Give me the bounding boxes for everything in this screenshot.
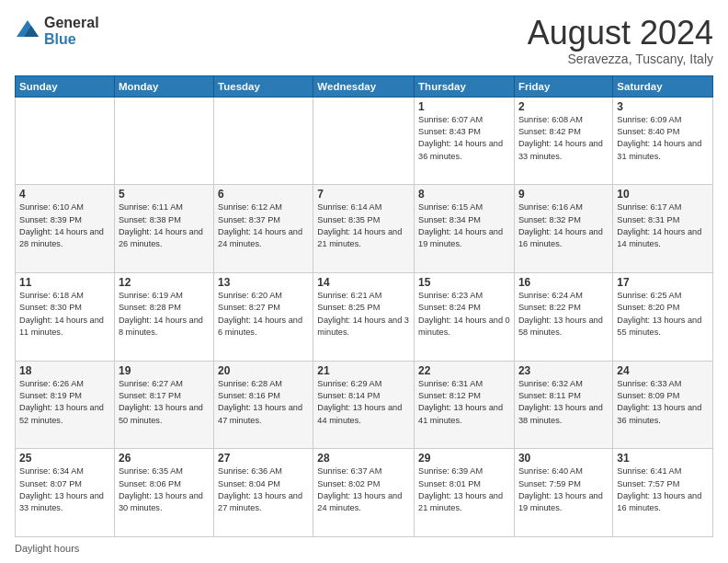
day-info: Sunrise: 6:33 AM Sunset: 8:09 PM Dayligh… xyxy=(617,378,709,427)
day-number: 25 xyxy=(19,452,110,465)
day-info: Sunrise: 6:08 AM Sunset: 8:42 PM Dayligh… xyxy=(518,114,609,163)
calendar-header-saturday: Saturday xyxy=(613,75,713,97)
calendar-cell: 12Sunrise: 6:19 AM Sunset: 8:28 PM Dayli… xyxy=(114,272,213,361)
calendar-cell: 24Sunrise: 6:33 AM Sunset: 8:09 PM Dayli… xyxy=(613,361,713,449)
calendar-cell: 26Sunrise: 6:35 AM Sunset: 8:06 PM Dayli… xyxy=(114,449,213,537)
day-info: Sunrise: 6:09 AM Sunset: 8:40 PM Dayligh… xyxy=(617,114,709,163)
calendar-cell: 11Sunrise: 6:18 AM Sunset: 8:30 PM Dayli… xyxy=(16,272,115,361)
calendar-week-row: 11Sunrise: 6:18 AM Sunset: 8:30 PM Dayli… xyxy=(16,272,713,361)
day-number: 23 xyxy=(518,364,609,377)
calendar-cell xyxy=(16,97,115,185)
footer-text: Daylight hours xyxy=(15,543,79,554)
day-number: 17 xyxy=(617,276,709,289)
day-info: Sunrise: 6:39 AM Sunset: 8:01 PM Dayligh… xyxy=(418,465,510,514)
logo-general: General xyxy=(44,15,99,31)
day-number: 11 xyxy=(19,276,110,289)
calendar-header-thursday: Thursday xyxy=(415,75,515,97)
calendar-cell: 29Sunrise: 6:39 AM Sunset: 8:01 PM Dayli… xyxy=(415,449,515,537)
calendar-header-row: SundayMondayTuesdayWednesdayThursdayFrid… xyxy=(16,75,713,97)
day-number: 18 xyxy=(19,364,110,377)
calendar-cell: 17Sunrise: 6:25 AM Sunset: 8:20 PM Dayli… xyxy=(613,272,713,361)
day-info: Sunrise: 6:11 AM Sunset: 8:38 PM Dayligh… xyxy=(119,201,210,250)
calendar-cell: 16Sunrise: 6:24 AM Sunset: 8:22 PM Dayli… xyxy=(514,272,612,361)
calendar-cell: 9Sunrise: 6:16 AM Sunset: 8:32 PM Daylig… xyxy=(514,185,612,273)
calendar-cell: 14Sunrise: 6:21 AM Sunset: 8:25 PM Dayli… xyxy=(313,272,415,361)
day-info: Sunrise: 6:14 AM Sunset: 8:35 PM Dayligh… xyxy=(317,201,410,250)
day-info: Sunrise: 6:19 AM Sunset: 8:28 PM Dayligh… xyxy=(119,290,210,339)
day-number: 6 xyxy=(218,188,309,201)
day-number: 15 xyxy=(418,276,510,289)
logo-blue: Blue xyxy=(44,31,99,48)
calendar-header-wednesday: Wednesday xyxy=(313,75,415,97)
day-info: Sunrise: 6:35 AM Sunset: 8:06 PM Dayligh… xyxy=(119,465,210,514)
calendar-cell xyxy=(313,97,415,185)
day-number: 9 xyxy=(518,188,609,201)
calendar-week-row: 4Sunrise: 6:10 AM Sunset: 8:39 PM Daylig… xyxy=(16,185,713,273)
calendar-header-friday: Friday xyxy=(514,75,612,97)
day-info: Sunrise: 6:24 AM Sunset: 8:22 PM Dayligh… xyxy=(518,290,609,339)
day-number: 4 xyxy=(19,188,110,201)
day-info: Sunrise: 6:27 AM Sunset: 8:17 PM Dayligh… xyxy=(119,378,210,427)
day-number: 8 xyxy=(418,188,510,201)
logo-text: General Blue xyxy=(44,15,99,47)
day-info: Sunrise: 6:32 AM Sunset: 8:11 PM Dayligh… xyxy=(518,378,609,427)
calendar-week-row: 18Sunrise: 6:26 AM Sunset: 8:19 PM Dayli… xyxy=(16,361,713,449)
day-info: Sunrise: 6:29 AM Sunset: 8:14 PM Dayligh… xyxy=(317,378,410,427)
calendar-cell xyxy=(214,97,313,185)
day-info: Sunrise: 6:26 AM Sunset: 8:19 PM Dayligh… xyxy=(19,378,110,427)
day-info: Sunrise: 6:41 AM Sunset: 7:57 PM Dayligh… xyxy=(617,465,709,514)
calendar-cell: 31Sunrise: 6:41 AM Sunset: 7:57 PM Dayli… xyxy=(613,449,713,537)
day-number: 3 xyxy=(617,100,709,113)
calendar-header-sunday: Sunday xyxy=(16,75,115,97)
day-number: 19 xyxy=(119,364,210,377)
day-number: 1 xyxy=(418,100,510,113)
calendar-cell: 10Sunrise: 6:17 AM Sunset: 8:31 PM Dayli… xyxy=(613,185,713,273)
calendar-cell: 28Sunrise: 6:37 AM Sunset: 8:02 PM Dayli… xyxy=(313,449,415,537)
calendar-cell: 2Sunrise: 6:08 AM Sunset: 8:42 PM Daylig… xyxy=(514,97,612,185)
day-number: 5 xyxy=(119,188,210,201)
calendar-cell: 7Sunrise: 6:14 AM Sunset: 8:35 PM Daylig… xyxy=(313,185,415,273)
day-info: Sunrise: 6:21 AM Sunset: 8:25 PM Dayligh… xyxy=(317,290,410,339)
day-number: 29 xyxy=(418,452,510,465)
day-info: Sunrise: 6:17 AM Sunset: 8:31 PM Dayligh… xyxy=(617,201,709,250)
calendar-cell xyxy=(114,97,213,185)
month-title: August 2024 xyxy=(528,15,713,52)
day-info: Sunrise: 6:12 AM Sunset: 8:37 PM Dayligh… xyxy=(218,201,309,250)
calendar-header-monday: Monday xyxy=(114,75,213,97)
day-number: 16 xyxy=(518,276,609,289)
day-number: 20 xyxy=(218,364,309,377)
logo: General Blue xyxy=(15,15,99,47)
calendar-cell: 6Sunrise: 6:12 AM Sunset: 8:37 PM Daylig… xyxy=(214,185,313,273)
day-number: 7 xyxy=(317,188,410,201)
day-info: Sunrise: 6:10 AM Sunset: 8:39 PM Dayligh… xyxy=(19,201,110,250)
logo-icon xyxy=(15,18,40,44)
calendar-header-tuesday: Tuesday xyxy=(214,75,313,97)
calendar-cell: 4Sunrise: 6:10 AM Sunset: 8:39 PM Daylig… xyxy=(16,185,115,273)
footer: Daylight hours xyxy=(15,543,713,554)
calendar-cell: 22Sunrise: 6:31 AM Sunset: 8:12 PM Dayli… xyxy=(415,361,515,449)
day-info: Sunrise: 6:40 AM Sunset: 7:59 PM Dayligh… xyxy=(518,465,609,514)
calendar-cell: 15Sunrise: 6:23 AM Sunset: 8:24 PM Dayli… xyxy=(415,272,515,361)
day-number: 28 xyxy=(317,452,410,465)
subtitle: Seravezza, Tuscany, Italy xyxy=(528,52,713,66)
calendar-cell: 25Sunrise: 6:34 AM Sunset: 8:07 PM Dayli… xyxy=(16,449,115,537)
calendar-table: SundayMondayTuesdayWednesdayThursdayFrid… xyxy=(15,75,713,537)
calendar-week-row: 1Sunrise: 6:07 AM Sunset: 8:43 PM Daylig… xyxy=(16,97,713,185)
calendar-cell: 5Sunrise: 6:11 AM Sunset: 8:38 PM Daylig… xyxy=(114,185,213,273)
day-number: 21 xyxy=(317,364,410,377)
day-number: 26 xyxy=(119,452,210,465)
calendar-cell: 13Sunrise: 6:20 AM Sunset: 8:27 PM Dayli… xyxy=(214,272,313,361)
day-number: 31 xyxy=(617,452,709,465)
day-info: Sunrise: 6:20 AM Sunset: 8:27 PM Dayligh… xyxy=(218,290,309,339)
page: General Blue August 2024 Seravezza, Tusc… xyxy=(0,0,728,563)
title-block: August 2024 Seravezza, Tuscany, Italy xyxy=(528,15,713,66)
calendar-cell: 8Sunrise: 6:15 AM Sunset: 8:34 PM Daylig… xyxy=(415,185,515,273)
calendar-week-row: 25Sunrise: 6:34 AM Sunset: 8:07 PM Dayli… xyxy=(16,449,713,537)
calendar-cell: 19Sunrise: 6:27 AM Sunset: 8:17 PM Dayli… xyxy=(114,361,213,449)
day-info: Sunrise: 6:31 AM Sunset: 8:12 PM Dayligh… xyxy=(418,378,510,427)
day-number: 2 xyxy=(518,100,609,113)
calendar-cell: 3Sunrise: 6:09 AM Sunset: 8:40 PM Daylig… xyxy=(613,97,713,185)
day-info: Sunrise: 6:37 AM Sunset: 8:02 PM Dayligh… xyxy=(317,465,410,514)
calendar-cell: 1Sunrise: 6:07 AM Sunset: 8:43 PM Daylig… xyxy=(415,97,515,185)
calendar-cell: 20Sunrise: 6:28 AM Sunset: 8:16 PM Dayli… xyxy=(214,361,313,449)
